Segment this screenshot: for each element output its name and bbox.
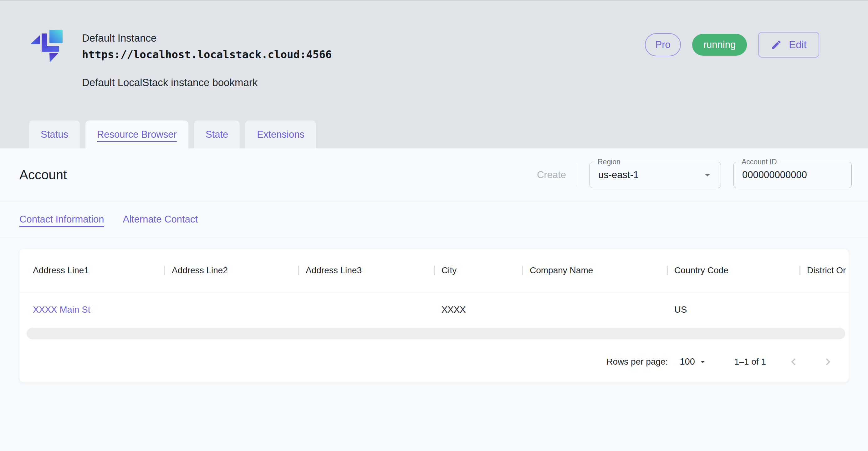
horizontal-scrollbar-thumb[interactable] [27,328,845,339]
rows-per-page-select[interactable]: 100 [680,357,707,367]
rows-per-page-value: 100 [680,357,695,367]
account-id-value: 000000000000 [742,169,807,181]
cell-address-line1-link[interactable]: XXXX Main St [20,292,164,327]
column-header-company-name[interactable]: Company Name [522,249,667,292]
header-badges: Pro running Edit [645,32,819,58]
column-header-address-line3[interactable]: Address Line3 [298,249,434,292]
resource-browser-panel: Account Create Region us-east-1 Account … [0,148,868,383]
edit-button-label: Edit [789,39,807,51]
instance-tab-bar: Status Resource Browser State Extensions [29,120,316,148]
instance-name: Default Instance [82,32,332,44]
toolbar-divider [578,164,578,186]
tab-state[interactable]: State [194,120,240,148]
pagination-range: 1–1 of 1 [734,357,766,367]
table-pagination: Rows per page: 100 1–1 of 1 [20,341,848,383]
pencil-icon [771,39,782,50]
column-header-address-line2[interactable]: Address Line2 [164,249,298,292]
cell-address-line3 [298,292,434,327]
previous-page-button[interactable] [787,355,800,369]
create-button[interactable]: Create [534,169,569,181]
pro-badge-label: Pro [655,39,670,50]
chevron-down-icon [698,357,708,366]
region-select-label: Region [595,158,623,166]
region-select[interactable]: Region us-east-1 [590,162,721,188]
horizontal-scrollbar-track [20,327,848,341]
next-page-button[interactable] [821,355,835,369]
instance-header: Default Instance https://localhost.local… [0,0,868,148]
chevron-down-icon [701,169,714,181]
status-badge: running [692,34,747,56]
account-id-input[interactable]: Account ID 000000000000 [734,162,852,188]
cell-address-line2 [164,292,298,327]
cell-city: XXXX [434,292,522,327]
column-header-district[interactable]: District Or [800,249,848,292]
column-header-city[interactable]: City [434,249,522,292]
localstack-logo-icon [30,30,64,63]
contact-information-table-card: Address Line1 Address Line2 Address Line… [20,249,848,383]
tab-status[interactable]: Status [29,120,80,148]
cell-country-code: US [667,292,800,327]
localstack-instance-page: Default Instance https://localhost.local… [0,0,868,451]
table-header-row: Address Line1 Address Line2 Address Line… [20,249,848,292]
account-id-label: Account ID [739,158,780,166]
resource-toolbar: Account Create Region us-east-1 Account … [0,148,868,202]
instance-description: Default LocalStack instance bookmark [82,77,332,89]
chevron-left-icon [787,355,800,369]
rows-per-page-label: Rows per page: [607,357,668,367]
cell-company-name [522,292,667,327]
account-subtab-bar: Contact Information Alternate Contact [0,202,868,237]
edit-instance-button[interactable]: Edit [758,32,819,58]
column-header-country-code[interactable]: Country Code [667,249,800,292]
tab-resource-browser[interactable]: Resource Browser [86,120,188,148]
table-row[interactable]: XXXX Main St XXXX US [20,292,848,327]
subtab-alternate-contact[interactable]: Alternate Contact [123,214,198,225]
region-select-value: us-east-1 [598,169,639,181]
instance-url: https://localhost.localstack.cloud:4566 [82,48,332,61]
column-header-address-line1[interactable]: Address Line1 [20,249,164,292]
pro-badge: Pro [645,33,681,56]
tab-extensions[interactable]: Extensions [245,120,316,148]
instance-title-block: Default Instance https://localhost.local… [82,32,332,89]
chevron-right-icon [821,355,835,369]
cell-district [800,292,848,327]
status-badge-label: running [704,39,736,50]
page-title: Account [20,168,67,182]
subtab-contact-information[interactable]: Contact Information [20,214,104,225]
